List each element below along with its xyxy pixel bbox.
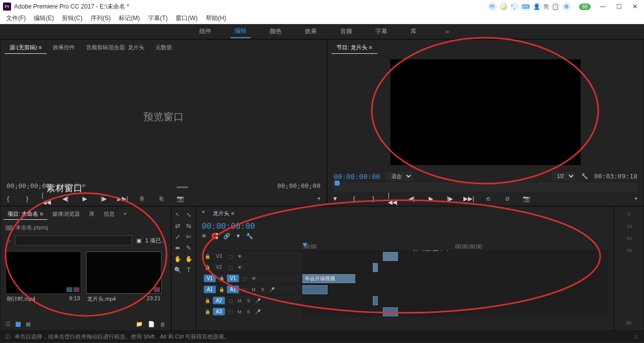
insert-icon[interactable]: ⎘ <box>137 195 146 203</box>
workspace-effects[interactable]: 效果 <box>301 25 321 38</box>
track-v2[interactable]: 🔒V2⬚👁 <box>202 262 608 273</box>
timeline-ruler[interactable]: :00:00 00:05:00:00 <box>302 244 608 249</box>
magnet-icon[interactable]: 🧲 <box>211 233 218 239</box>
wrench-icon[interactable]: 🔧 <box>581 173 588 180</box>
link-icon[interactable]: 🔗 <box>223 233 230 239</box>
mark-out-icon[interactable]: } <box>369 195 378 203</box>
extract-icon[interactable]: ⎊ <box>503 195 512 203</box>
marker-icon[interactable]: ▼ <box>331 195 340 203</box>
program-scrubber[interactable] <box>334 183 637 192</box>
pen-tool-icon[interactable]: ✎ <box>184 243 194 253</box>
tab-library[interactable]: 库 <box>85 209 99 220</box>
goto-out-icon[interactable]: ▶▶| <box>464 195 473 203</box>
freeform-view-icon[interactable]: ▦ <box>26 321 31 327</box>
menu-file[interactable]: 文件(F) <box>2 13 30 24</box>
selection-tool-icon[interactable]: ↖ <box>173 210 183 220</box>
goto-in-icon[interactable]: |◀◀ <box>388 195 397 203</box>
new-item-icon[interactable]: 📄 <box>148 321 155 327</box>
close-button[interactable]: ✕ <box>629 2 641 11</box>
tab-media-browser[interactable]: 媒体浏览器 <box>48 209 84 220</box>
filter-icon[interactable]: ▣ <box>136 237 141 244</box>
track-a2[interactable]: 🔒A2⬚MS🎤 <box>202 295 608 306</box>
mark-in-icon[interactable]: { <box>350 195 359 203</box>
program-tc-current[interactable]: 00:00:00:00 <box>334 173 380 181</box>
list-view-icon[interactable]: ☰ <box>6 321 11 327</box>
ime-indicator[interactable]: 中🌙°。⌨👤 简📋⚙ <box>488 2 571 11</box>
rolling-tool-icon[interactable]: ⇆ <box>184 221 194 231</box>
export-frame-icon[interactable]: 📷 <box>176 195 185 203</box>
minimize-button[interactable]: — <box>597 2 609 11</box>
tab-info[interactable]: 信息 <box>100 209 119 220</box>
hand-tool-icon[interactable]: ✋ <box>173 254 183 264</box>
tab-project[interactable]: 项目: 未命名 ≡ <box>4 209 47 220</box>
track-select-icon[interactable]: ⤡ <box>184 210 194 220</box>
step-back-icon[interactable]: ◀| <box>61 195 70 203</box>
new-bin-icon[interactable]: 📁 <box>136 321 143 327</box>
step-back-icon[interactable]: ◀| <box>407 195 416 203</box>
ripple-tool-icon[interactable]: ⇄ <box>173 221 183 231</box>
lift-icon[interactable]: ⎋ <box>484 195 493 203</box>
goto-in-icon[interactable]: |◀◀ <box>42 195 51 203</box>
play-icon[interactable]: ▶ <box>80 195 89 203</box>
mark-out-icon[interactable]: } <box>23 195 32 203</box>
step-forward-icon[interactable]: |▶ <box>99 195 108 203</box>
maximize-button[interactable]: ☐ <box>613 2 625 11</box>
hand-tool-icon[interactable]: ✋ <box>184 254 194 264</box>
notification-badge[interactable]: 69 <box>579 4 591 10</box>
project-bins[interactable]: 倒计时.mp49:13 龙片头.mp423:21 <box>1 247 171 318</box>
clip-item[interactable]: 倒计时.mp49:13 <box>6 251 81 314</box>
delete-icon[interactable]: 🗑 <box>160 321 166 327</box>
workspace-more[interactable]: » <box>446 28 449 35</box>
icon-view-icon[interactable] <box>16 322 21 327</box>
track-a3[interactable]: 🔒A3⬚MS🎤 <box>202 306 608 317</box>
workspace-audio[interactable]: 音频 <box>336 25 356 38</box>
program-viewport[interactable] <box>390 59 581 165</box>
workspace-assembly[interactable]: 组件 <box>195 25 215 38</box>
play-icon[interactable]: ▶ <box>426 195 435 203</box>
track-a1[interactable]: A1🔒A1⬚MS🎤 <box>202 284 608 295</box>
menu-sequence[interactable]: 序列(S) <box>87 13 115 24</box>
step-forward-icon[interactable]: |▶ <box>445 195 454 203</box>
tab-source[interactable]: 源:(无剪辑) ≡ <box>5 42 47 54</box>
menu-marker[interactable]: 标记(M) <box>115 13 144 24</box>
settings-icon[interactable]: 🔧 <box>246 233 253 239</box>
playhead-icon[interactable] <box>302 243 307 247</box>
menu-clip[interactable]: 剪辑(C) <box>58 13 87 24</box>
tab-metadata[interactable]: 元数据 <box>150 42 177 54</box>
workspace-library[interactable]: 库 <box>407 25 421 38</box>
warning-icon[interactable]: ⚠ <box>634 333 639 340</box>
slip-tool-icon[interactable]: ⬌ <box>173 243 183 253</box>
source-tc-in[interactable]: 00;00;00;00 <box>7 182 50 190</box>
tab-program[interactable]: 节目: 龙片头 ≡ <box>332 42 377 54</box>
overwrite-icon[interactable]: ⎗ <box>156 195 166 203</box>
workspace-editing[interactable]: 编辑 <box>230 25 251 38</box>
program-zoom-select[interactable]: 1/2 <box>552 172 575 181</box>
snap-icon[interactable]: ❄ <box>202 233 206 239</box>
export-frame-icon[interactable]: 📷 <box>522 195 531 203</box>
tab-audio-mixer[interactable]: 音频剪辑混合器: 龙片头 <box>81 42 149 54</box>
timeline-timecode[interactable]: 00:00:00:00 <box>202 221 255 231</box>
search-input[interactable] <box>15 235 132 245</box>
zoom-tool-icon[interactable]: 🔍 <box>173 265 183 275</box>
razor-tool-icon[interactable]: ✄ <box>184 232 194 242</box>
menu-edit[interactable]: 编辑(E) <box>30 13 58 24</box>
add-button-icon[interactable]: + <box>631 195 640 203</box>
tab-effect-controls[interactable]: 效果控件 <box>48 42 80 54</box>
menu-help[interactable]: 帮助(H) <box>202 13 230 24</box>
timeline-close[interactable]: × <box>202 209 205 218</box>
tab-more[interactable]: » <box>120 209 131 220</box>
mark-in-icon[interactable]: { <box>4 195 13 203</box>
workspace-color[interactable]: 颜色 <box>266 25 286 38</box>
menu-subtitle[interactable]: 字幕(T) <box>144 13 172 24</box>
type-tool-icon[interactable]: T <box>184 265 194 275</box>
menu-window[interactable]: 窗口(W) <box>172 13 201 24</box>
clip-item[interactable]: 龙片头.mp423:21 <box>86 251 162 314</box>
track-v3[interactable]: 🔒V3⬚👁 <box>202 250 608 262</box>
add-button-icon[interactable]: + <box>314 195 324 203</box>
timeline-tab[interactable]: 龙片头 ≡ <box>209 209 238 218</box>
workspace-subtitles[interactable]: 字幕 <box>371 25 391 38</box>
track-v1[interactable]: V1🔒V1⬚👁 年会开场视频 <box>202 273 608 284</box>
goto-out-icon[interactable]: ▶▶| <box>118 195 127 203</box>
rate-tool-icon[interactable]: ⤢ <box>173 232 183 242</box>
marker-add-icon[interactable]: ▼ <box>235 233 241 239</box>
